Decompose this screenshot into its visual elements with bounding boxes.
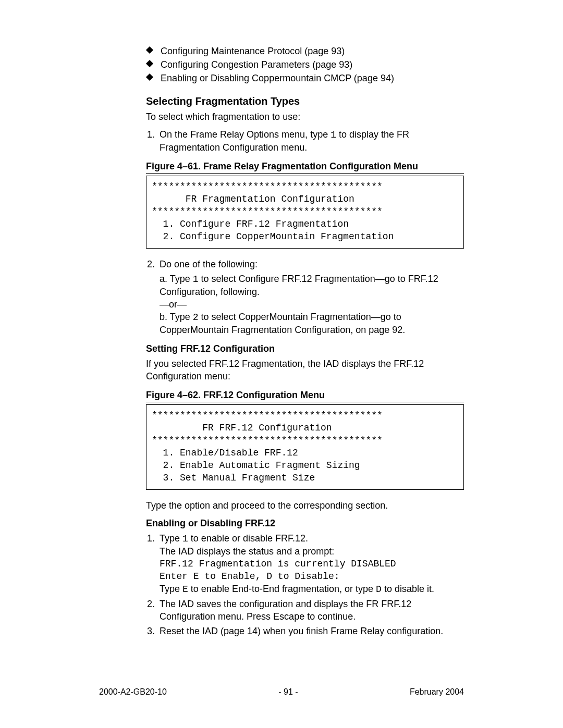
step-text: to enable End-to-End fragmentation, or t… [188,584,376,594]
substep-text: to select Configure FRF.12 Fragmentation… [160,274,438,297]
page-footer: 2000-A2-GB20-10 - 91 - February 2004 [99,687,464,697]
document-page: Configuring Maintenance Protocol (page 9… [0,0,563,728]
footer-doc-id: 2000-A2-GB20-10 [99,687,167,697]
procedure-list-2: Do one of the following: a. Type 1 to se… [146,258,464,336]
step-text: Reset the IAD (page 14) when you finish … [160,626,443,636]
step-text: Type [160,533,182,544]
terminal-box-61: ****************************************… [146,176,464,249]
terminal-line: FRF.12 Fragmentation is currently DISABL… [160,558,464,570]
subheading-frf12: Setting FRF.12 Configuration [146,343,464,354]
section-heading: Selecting Fragmentation Types [146,95,464,107]
step-text: On the Frame Relay Options menu, type [160,129,331,140]
figure-caption-62: Figure 4–62. FRF.12 Configuration Menu [146,390,464,402]
intro-paragraph: To select which fragmentation to use: [146,110,464,123]
diamond-icon [146,46,153,54]
bullet-item: Configuring Maintenance Protocol (page 9… [146,44,464,58]
inline-code: 1 [182,534,188,544]
list-item: Do one of the following: a. Type 1 to se… [157,258,464,336]
bullet-text: Enabling or Disabling Coppermountain CMC… [161,73,394,83]
bullet-text: Configuring Maintenance Protocol (page 9… [161,46,345,56]
step-text: Do one of the following: [160,259,258,269]
diamond-icon [146,73,153,81]
terminal-line: Enter E to Enable, D to Disable: [160,570,464,583]
step-text: Type [160,584,182,594]
top-bullet-list: Configuring Maintenance Protocol (page 9… [146,44,464,85]
inline-code: 1 [193,274,199,285]
inline-code: 1 [331,130,336,140]
footer-date: February 2004 [410,687,464,697]
after-figure-text: Type the option and proceed to the corre… [146,499,464,512]
procedure-list-1: On the Frame Relay Options menu, type 1 … [146,128,464,154]
list-item: Reset the IAD (page 14) when you finish … [157,625,464,637]
substep-text: b. Type [160,312,193,322]
footer-page-number: - 91 - [278,687,298,697]
inline-code: E [182,584,188,595]
bullet-item: Enabling or Disabling Coppermountain CMC… [146,71,464,85]
subheading-enable: Enabling or Disabling FRF.12 [146,518,464,529]
list-item: Type 1 to enable or disable FRF.12. The … [157,532,464,596]
step-text: The IAD saves the configuration and disp… [160,599,411,622]
step-text: The IAD displays the status and a prompt… [160,545,464,558]
list-item: The IAD saves the configuration and disp… [157,598,464,623]
inline-code: 2 [193,312,199,323]
diamond-icon [146,60,153,67]
inline-code: D [376,584,382,595]
bullet-item: Configuring Congestion Parameters (page … [146,58,464,71]
bullet-text: Configuring Congestion Parameters (page … [161,59,352,70]
step-text: to disable it. [382,584,434,594]
frf12-intro: If you selected FRF.12 Fragmentation, th… [146,357,464,382]
enable-procedure-list: Type 1 to enable or disable FRF.12. The … [146,532,464,637]
list-item: On the Frame Relay Options menu, type 1 … [157,128,464,154]
substep-text: a. Type [160,274,193,284]
terminal-box-62: ****************************************… [146,404,464,490]
figure-caption-61: Figure 4–61. Frame Relay Fragmentation C… [146,161,464,174]
or-separator: —or— [160,298,464,311]
step-text: to enable or disable FRF.12. [188,533,308,544]
